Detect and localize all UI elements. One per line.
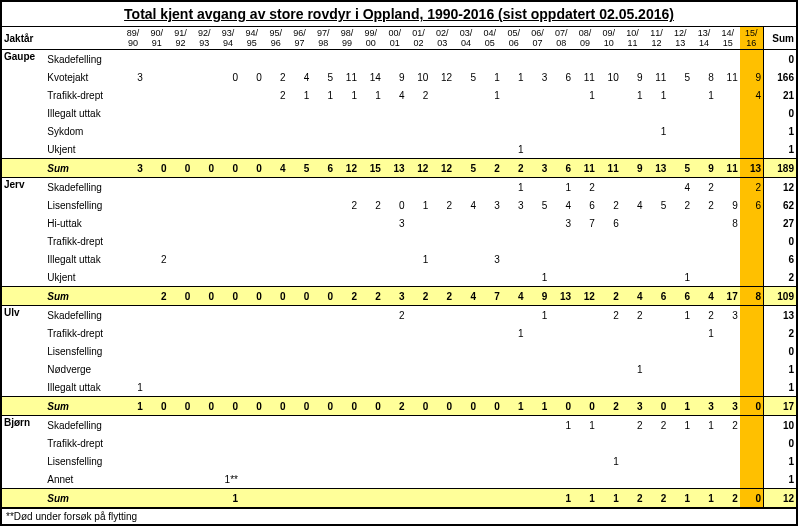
row-sum: 6 — [764, 250, 797, 268]
value-cell — [692, 360, 716, 378]
value-cell — [692, 378, 716, 397]
value-cell — [502, 452, 526, 470]
value-cell — [240, 342, 264, 360]
year-header: 08/09 — [573, 27, 597, 50]
value-cell — [526, 416, 550, 435]
sum-cell: 0 — [264, 397, 288, 416]
value-cell — [502, 232, 526, 250]
value-cell — [288, 232, 312, 250]
value-cell — [526, 452, 550, 470]
value-cell — [216, 50, 240, 69]
sum-cell: 6 — [668, 287, 692, 306]
sum-cell: 4 — [454, 287, 478, 306]
value-cell — [264, 140, 288, 159]
value-cell — [264, 360, 288, 378]
value-cell — [573, 434, 597, 452]
value-cell — [240, 378, 264, 397]
value-cell — [478, 306, 502, 325]
value-cell — [597, 86, 621, 104]
value-cell: 1** — [216, 470, 240, 489]
value-cell — [121, 452, 145, 470]
value-cell — [335, 104, 359, 122]
value-cell — [430, 140, 454, 159]
data-row: GaupeSkadefelling0 — [2, 50, 796, 69]
value-cell — [502, 434, 526, 452]
value-cell — [264, 342, 288, 360]
value-cell — [240, 416, 264, 435]
data-row: Sykdom11 — [2, 122, 796, 140]
value-cell — [668, 104, 692, 122]
value-cell — [192, 306, 216, 325]
value-cell — [240, 196, 264, 214]
sum-cell: 5 — [668, 159, 692, 178]
category-label: Kvotejakt — [45, 68, 121, 86]
value-cell — [311, 232, 335, 250]
value-cell: 2 — [264, 68, 288, 86]
value-cell — [216, 250, 240, 268]
row-sum: 0 — [764, 232, 797, 250]
footnote: **Død under forsøk på flytting — [2, 508, 796, 524]
value-cell — [573, 470, 597, 489]
sum-cell: 13 — [645, 159, 669, 178]
value-cell — [264, 50, 288, 69]
value-cell — [573, 324, 597, 342]
data-row: Illegalt uttak2136 — [2, 250, 796, 268]
row-sum: 62 — [764, 196, 797, 214]
value-cell — [121, 50, 145, 69]
sum-cell — [454, 489, 478, 508]
value-cell — [335, 342, 359, 360]
value-cell — [621, 122, 645, 140]
value-cell — [288, 178, 312, 197]
sum-cell — [430, 489, 454, 508]
year-header: 11/12 — [645, 27, 669, 50]
value-cell — [430, 452, 454, 470]
value-cell — [573, 140, 597, 159]
value-cell — [264, 122, 288, 140]
value-cell — [311, 378, 335, 397]
value-cell — [740, 360, 764, 378]
value-cell — [430, 214, 454, 232]
value-cell: 3 — [502, 196, 526, 214]
value-cell — [740, 416, 764, 435]
value-cell — [621, 434, 645, 452]
value-cell: 2 — [430, 196, 454, 214]
value-cell — [216, 434, 240, 452]
value-cell — [192, 104, 216, 122]
row-sum: 0 — [764, 342, 797, 360]
value-cell: 5 — [645, 196, 669, 214]
value-cell — [407, 434, 431, 452]
value-cell — [716, 178, 740, 197]
value-cell — [430, 178, 454, 197]
sum-cell: 2 — [383, 397, 407, 416]
value-cell — [692, 250, 716, 268]
value-cell — [145, 324, 169, 342]
species-label — [2, 86, 45, 104]
value-cell — [454, 50, 478, 69]
value-cell: 1 — [549, 178, 573, 197]
year-header: 07/08 — [549, 27, 573, 50]
sum-cell: 1 — [573, 489, 597, 508]
sum-cell: 2 — [645, 489, 669, 508]
value-cell — [454, 140, 478, 159]
value-cell — [216, 196, 240, 214]
value-cell — [192, 416, 216, 435]
species-label — [2, 140, 45, 159]
sum-cell: 2 — [621, 489, 645, 508]
value-cell — [383, 250, 407, 268]
species-sum-row: Sum3000004561215131212522361111913591113… — [2, 159, 796, 178]
sum-cell: 0 — [216, 159, 240, 178]
value-cell — [121, 250, 145, 268]
value-cell — [407, 178, 431, 197]
value-cell — [478, 342, 502, 360]
value-cell: 1 — [121, 378, 145, 397]
value-cell — [145, 104, 169, 122]
sum-cell: 0 — [240, 397, 264, 416]
category-label: Nødverge — [45, 360, 121, 378]
value-cell — [335, 250, 359, 268]
value-cell: 9 — [621, 68, 645, 86]
sum-cell: 8 — [740, 287, 764, 306]
value-cell — [597, 250, 621, 268]
value-cell: 2 — [621, 416, 645, 435]
value-cell — [740, 378, 764, 397]
value-cell — [288, 378, 312, 397]
